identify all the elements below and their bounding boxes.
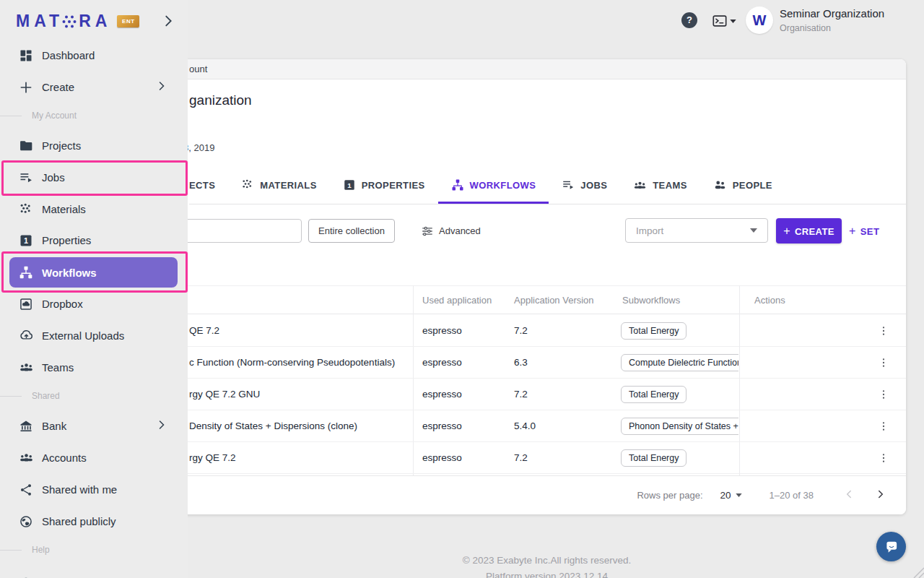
sidebar-item-documentation[interactable]: Documentation [0,567,188,578]
plus-icon: + [783,225,790,237]
workflow-name: c Function (Norm-conserving Pseudopotent… [189,347,411,379]
ent-badge: ENT [117,15,139,27]
tab-workflows[interactable]: WORKFLOWS [438,166,549,204]
column-divider [739,285,740,478]
accounts-icon [17,450,35,465]
workflow-name: rgy QE 7.2 GNU [189,379,411,410]
table-row[interactable]: c Function (Norm-conserving Pseudopotent… [108,347,906,379]
create-label: CREATE [795,226,834,237]
caret-down-icon [736,493,742,497]
org-name: Seminar Organization [780,7,884,20]
application-version: 7.2 [514,315,528,347]
materials-dots-icon [17,202,35,217]
sidebar-item-workflows[interactable]: Workflows [9,257,178,288]
console-menu-button[interactable] [712,12,738,30]
collapse-sidebar-chevron-icon[interactable] [160,13,178,30]
tab-projects[interactable]: ECTS [189,166,228,204]
set-button[interactable]: +SET [849,218,879,243]
sidebar-item-projects[interactable]: Projects [0,129,188,162]
kebab-menu-icon[interactable] [875,347,892,379]
dropbox-icon [17,297,35,311]
advanced-filters-button[interactable]: Advanced [421,219,481,243]
kebab-menu-icon[interactable] [875,379,892,410]
tab-label: WORKFLOWS [470,180,536,191]
subworkflow-chip[interactable]: Compute Dielectric Function [621,354,738,371]
table-header: Used application Application Version Sub… [108,285,906,314]
bank-icon [17,419,35,434]
table-row[interactable]: Density of States + Dispersions (clone) … [108,410,906,442]
sidebar-item-properties[interactable]: 1 Properties [0,224,188,256]
kebab-menu-icon[interactable] [875,410,892,442]
sidebar-item-dropbox[interactable]: Dropbox [0,288,188,320]
tab-label: MATERIALS [260,180,316,191]
subworkflow-chip[interactable]: Total Energy [621,449,687,467]
used-application: espresso [422,379,462,410]
table-row[interactable]: rgy QE 7.2 GNU espresso 7.2 Total Energy [108,379,906,410]
entire-collection-button[interactable]: Entire collection [308,219,395,243]
sidebar-item-materials[interactable]: Materials [0,193,188,225]
globe-icon [17,514,35,529]
pagination-bar: Rows per page: 20 1–20 of 38 [108,475,906,514]
sidebar-item-label: Dropbox [42,298,83,310]
chevron-right-icon [874,488,887,501]
tab-label: ECTS [189,180,215,191]
people-icon [713,178,727,192]
tab-people[interactable]: PEOPLE [700,166,785,204]
sidebar-item-label: Create [42,81,74,93]
section-divider [0,116,22,116]
materials-dots-icon [241,178,254,191]
tab-jobs[interactable]: JOBS [549,166,620,204]
sidebar-item-bank[interactable]: Bank [0,410,188,442]
create-button[interactable]: +CREATE [776,218,842,243]
tab-label: JOBS [580,180,607,191]
subworkflow-chip[interactable]: Total Energy [621,322,687,340]
rows-per-page-label: Rows per page: [637,490,702,501]
sidebar-item-jobs[interactable]: Jobs [0,161,188,194]
used-application: espresso [422,315,462,347]
section-label-my-account: My Account [32,108,77,123]
column-header: Subworkflows [622,286,680,315]
workflow-name: QE 7.2 [189,315,411,347]
section-label-help: Help [32,543,50,557]
workflow-tree-icon [17,265,35,280]
previous-page-button[interactable] [842,488,855,504]
tab-label: PROPERTIES [362,180,425,191]
platform-version-text: Platform version 2023.12.14 [188,571,906,578]
sidebar-item-label: Materials [42,203,86,215]
sidebar-item-create[interactable]: Create [0,71,188,103]
tab-materials[interactable]: MATERIALS [228,166,329,204]
logo-text-right: RA [79,12,111,31]
sidebar-item-label: Workflows [42,267,97,279]
logo-text-left: MAT [16,12,64,31]
sidebar-item-teams[interactable]: Teams [0,351,188,384]
svg-text:1: 1 [347,181,352,189]
rows-per-page-select[interactable]: 20 [720,490,742,501]
subworkflow-chip[interactable]: Total Energy [621,386,687,403]
chevron-right-icon [154,418,169,435]
sidebar-item-dashboard[interactable]: Dashboard [0,39,188,72]
import-dropdown[interactable]: Import [625,218,768,243]
workflow-name: Density of States + Dispersions (clone) [189,410,411,442]
sidebar-item-label: Shared publicly [42,515,116,527]
sidebar-item-shared-with-me[interactable]: Shared with me [0,473,188,506]
sidebar-item-external-uploads[interactable]: External Uploads [0,319,188,352]
tab-teams[interactable]: TEAMS [620,166,700,204]
table-row[interactable]: rgy QE 7.2 espresso 7.2 Total Energy [108,442,906,474]
terminal-icon [712,13,728,29]
sidebar-item-accounts[interactable]: Accounts [0,441,188,474]
tab-properties[interactable]: 1 PROPERTIES [330,166,438,204]
sidebar-item-shared-publicly[interactable]: Shared publicly [0,505,188,538]
used-application: espresso [422,410,462,442]
subworkflow-chip[interactable]: Phonon Density of States + Ph [621,418,738,435]
chat-widget-button[interactable] [876,532,906,561]
jobs-list-icon [562,178,575,191]
application-version: 7.2 [514,442,528,474]
avatar[interactable]: W [746,7,773,34]
tab-bar: ECTS MATERIALS 1 PROPERTIES WORKFLOWS JO… [189,166,906,204]
next-page-button[interactable] [874,488,887,504]
share-icon [17,483,35,497]
help-icon[interactable]: ? [681,12,697,28]
table-row[interactable]: QE 7.2 espresso 7.2 Total Energy [108,315,906,347]
kebab-menu-icon[interactable] [875,442,892,474]
kebab-menu-icon[interactable] [875,315,892,347]
